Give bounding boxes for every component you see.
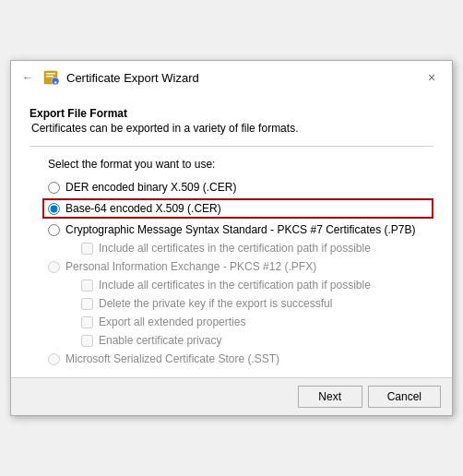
close-button[interactable]: × xyxy=(422,68,441,87)
label-pkcs7-include: Include all certificates in the certific… xyxy=(99,242,371,255)
label-pfx-export: Export all extended properties xyxy=(99,315,245,328)
section-header: Export File Format Certificates can be e… xyxy=(30,107,433,135)
label-sst: Microsoft Serialized Certificate Store (… xyxy=(65,352,279,365)
label-pfx-delete: Delete the private key if the export is … xyxy=(99,297,332,310)
option-pkcs7-sub1: Include all certificates in the certific… xyxy=(81,241,433,256)
label-pfx-include: Include all certificates in the certific… xyxy=(99,279,371,292)
wizard-icon: ★ xyxy=(42,68,61,87)
dialog-title: Certificate Export Wizard xyxy=(66,71,199,85)
title-bar-left: ← ★ Certificate Export Wizard xyxy=(22,68,199,87)
checkbox-pfx-privacy xyxy=(81,335,93,347)
dialog-content: Export File Format Certificates can be e… xyxy=(11,92,452,377)
label-pfx: Personal Information Exchange - PKCS #12… xyxy=(65,260,316,273)
option-pfx-sub3: Export all extended properties xyxy=(81,315,433,329)
dialog-footer: Next Cancel xyxy=(11,377,452,415)
checkbox-pfx-include xyxy=(81,280,93,292)
option-pfx-sub2: Delete the private key if the export is … xyxy=(81,296,433,311)
options-list: DER encoded binary X.509 (.CER) Base-64 … xyxy=(48,180,433,366)
option-sst[interactable]: Microsoft Serialized Certificate Store (… xyxy=(48,351,433,366)
next-button[interactable]: Next xyxy=(298,386,362,408)
svg-rect-2 xyxy=(46,76,53,77)
cancel-button[interactable]: Cancel xyxy=(368,386,441,408)
radio-base64[interactable] xyxy=(48,203,60,215)
section-description: Certificates can be exported in a variet… xyxy=(31,122,433,135)
certificate-export-dialog: ← ★ Certificate Export Wizard × Export F… xyxy=(10,60,453,416)
option-der[interactable]: DER encoded binary X.509 (.CER) xyxy=(48,180,433,195)
radio-der[interactable] xyxy=(48,182,60,194)
divider xyxy=(30,146,433,147)
radio-sst xyxy=(48,353,60,365)
checkbox-pfx-export xyxy=(81,316,93,328)
label-der: DER encoded binary X.509 (.CER) xyxy=(65,181,236,194)
radio-pfx xyxy=(48,261,60,273)
checkbox-pkcs7-include xyxy=(81,243,93,255)
label-pfx-privacy: Enable certificate privacy xyxy=(99,334,221,347)
prompt-text: Select the format you want to use: xyxy=(48,158,433,171)
section-title: Export File Format xyxy=(30,107,433,120)
option-pkcs7[interactable]: Cryptographic Message Syntax Standard - … xyxy=(48,222,433,237)
radio-pkcs7[interactable] xyxy=(48,224,60,236)
label-pkcs7: Cryptographic Message Syntax Standard - … xyxy=(65,223,416,236)
title-bar: ← ★ Certificate Export Wizard × xyxy=(11,61,452,92)
svg-rect-1 xyxy=(46,73,55,75)
back-button[interactable]: ← xyxy=(22,71,33,84)
option-pfx-sub1: Include all certificates in the certific… xyxy=(81,278,433,292)
option-pfx[interactable]: Personal Information Exchange - PKCS #12… xyxy=(48,259,433,274)
checkbox-pfx-delete xyxy=(81,298,93,310)
option-base64[interactable]: Base-64 encoded X.509 (.CER) xyxy=(42,198,433,219)
option-pfx-sub4: Enable certificate privacy xyxy=(81,333,433,348)
label-base64: Base-64 encoded X.509 (.CER) xyxy=(65,202,221,215)
